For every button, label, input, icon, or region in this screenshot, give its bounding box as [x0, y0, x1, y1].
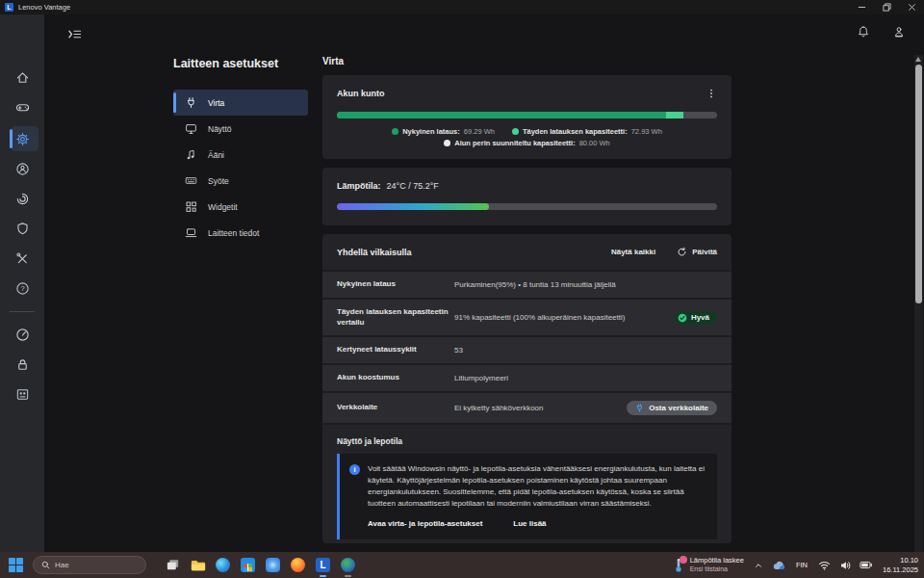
sidebar-item-system-update[interactable] [0, 158, 44, 179]
glance-row-capacity-comparison: Täyden latauksen kapasiteetin vertailu 9… [322, 298, 732, 336]
refresh-icon [677, 247, 687, 257]
taskbar-apps: L [165, 557, 356, 573]
header-icons [856, 24, 907, 39]
glance-row-cycle-count: Kertyneet lataussyklit 53 [322, 335, 732, 363]
shield-icon [15, 222, 30, 236]
titlebar-left: L Lenovo Vantage [0, 3, 70, 12]
nav-items: Virta Näyttö Ääni [173, 90, 320, 246]
sidebar-item-device-settings[interactable] [0, 126, 44, 151]
nav-item-virta[interactable]: Virta [173, 90, 308, 116]
battery-health-menu-button[interactable] [706, 88, 717, 99]
menu-expand-button[interactable] [65, 26, 83, 41]
clock-date: 16.11.2025 [883, 565, 918, 574]
minimize-button[interactable] [849, 0, 874, 14]
lenovo-logo-icon: L [5, 3, 13, 12]
scrollbar-track[interactable] [914, 55, 923, 552]
weather-widget[interactable]: Lämpötila laskee Ensi tiistaina [672, 556, 744, 573]
sidebar-item-home[interactable] [0, 66, 44, 88]
device-grid-icon [15, 387, 30, 402]
legend-dot-full [512, 128, 519, 135]
battery-tray-button[interactable] [860, 559, 873, 572]
search-input[interactable] [55, 561, 132, 569]
microsoft-store-button[interactable] [240, 557, 256, 573]
nav-item-label: Widgetit [208, 202, 238, 212]
glance-row-current-charge: Nykyinen lataus Purkaminen(95%) • 8 tunt… [322, 270, 732, 298]
onedrive-tray-button[interactable] [773, 559, 786, 572]
task-view-button[interactable] [165, 557, 181, 573]
sidebar-item-gaming[interactable] [0, 96, 44, 118]
photos-app-button[interactable] [265, 557, 281, 573]
learn-more-link[interactable]: Lue lisää [513, 519, 546, 528]
kebab-icon [706, 89, 716, 98]
language-indicator[interactable]: FIN [794, 561, 809, 569]
taskbar-clock[interactable]: 10.10 16.11.2025 [883, 556, 918, 574]
search-icon [41, 561, 50, 569]
user-icon [892, 25, 906, 39]
battery-health-title: Akun kunto [337, 89, 385, 98]
start-button[interactable] [8, 557, 24, 573]
sidebar-item-apps[interactable] [0, 383, 44, 405]
display-sleep-info-box: i Voit säätää Windowsin näyttö- ja lepot… [337, 454, 717, 539]
weather-subline: Ensi tiistaina [690, 565, 744, 574]
glance-row-battery-chemistry: Akun koostumus Litiumpolymeeri [322, 363, 732, 391]
screen: L Lenovo Vantage [0, 0, 924, 578]
scrollbar-up-arrow[interactable] [915, 57, 921, 62]
sidebar-item-security[interactable] [0, 218, 44, 239]
refresh-button[interactable]: Päivitä [677, 247, 717, 257]
nav-item-syote[interactable]: Syöte [173, 168, 308, 194]
expand-menu-icon [67, 28, 82, 40]
globe-app-button[interactable] [340, 557, 356, 573]
nav-item-aani[interactable]: Ääni [173, 142, 308, 168]
edge-icon [216, 558, 230, 572]
edge-browser-button[interactable] [215, 557, 231, 573]
sidebar-item-dashboard[interactable] [0, 324, 44, 345]
open-power-settings-link[interactable]: Avaa virta- ja lepotila-asetukset [368, 519, 482, 528]
restore-button[interactable] [874, 0, 899, 14]
sidebar-item-smart-performance[interactable] [0, 188, 44, 209]
notifications-button[interactable] [856, 24, 871, 39]
lenovo-vantage-taskbar-button[interactable]: L [315, 557, 331, 573]
taskbar-search[interactable] [33, 556, 146, 574]
wifi-tray-button[interactable] [817, 559, 831, 572]
taskbar-right: Lämpötila laskee Ensi tiistaina FIN 10 [672, 556, 924, 574]
sidebar-item-support-tools[interactable] [0, 248, 44, 269]
power-plug-icon [184, 96, 197, 109]
close-button[interactable] [899, 0, 924, 14]
music-note-icon [184, 148, 197, 161]
temperature-label: Lämpötila: [337, 181, 381, 191]
weather-badge [680, 556, 687, 564]
show-all-button[interactable]: Näytä kaikki [611, 248, 655, 256]
sidebar-item-privacy[interactable] [0, 354, 44, 375]
laptop-icon [184, 226, 197, 239]
account-button[interactable] [891, 24, 907, 39]
temperature-bar [337, 203, 717, 210]
cloud-icon [773, 560, 786, 570]
weather-headline: Lämpötila laskee [690, 556, 744, 565]
bell-icon [857, 25, 870, 39]
globe-icon [341, 558, 355, 572]
keyboard-icon [184, 174, 197, 187]
file-explorer-button[interactable] [190, 557, 206, 573]
legend-current-charge: Nykyinen lataus: 69.29 Wh [392, 127, 495, 136]
task-view-icon [166, 558, 180, 572]
gauge-icon [15, 328, 30, 342]
display-sleep-title: Näyttö ja lepotila [322, 423, 732, 454]
info-text: Voit säätää Windowsin näyttö- ja lepotil… [368, 463, 706, 510]
buy-adapter-button[interactable]: Osta verkkolaite [627, 401, 717, 415]
nav-item-laitteen-tiedot[interactable]: Laitteen tiedot [173, 220, 308, 246]
scrollbar-thumb[interactable] [915, 65, 922, 303]
tray-overflow-button[interactable] [752, 559, 765, 572]
gamepad-icon [15, 100, 30, 115]
sidebar-item-help[interactable]: ? [0, 277, 44, 299]
nav-item-widgetit[interactable]: Widgetit [173, 194, 308, 220]
lock-icon [15, 357, 30, 372]
check-circle-icon [678, 313, 687, 323]
glance-row-ac-adapter: Verkkolaite Ei kytketty sähköverkkoon Os… [322, 391, 732, 423]
nav-item-naytto[interactable]: Näyttö [173, 116, 308, 142]
glance-card: Yhdellä vilkaisulla Näytä kaikki Päivitä… [322, 234, 732, 543]
nav-item-label: Laitteen tiedot [208, 228, 259, 238]
legend-design-capacity: Alun perin suunniteltu kapasiteetti: 80.… [444, 139, 610, 147]
volume-tray-button[interactable] [838, 559, 852, 572]
firefox-button[interactable] [290, 557, 306, 573]
settings-nav: Laitteen asetukset Virta Näyttö [173, 57, 320, 246]
